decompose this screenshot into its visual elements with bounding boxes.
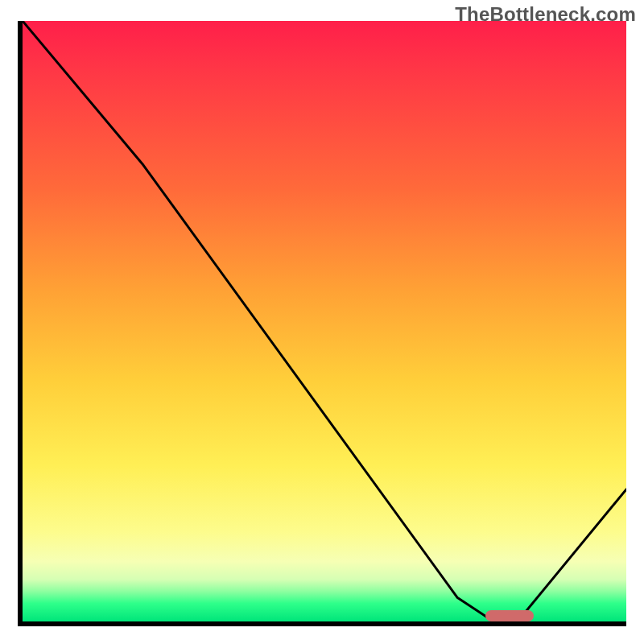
optimal-range-marker (485, 610, 534, 621)
curve-layer (23, 21, 626, 621)
plot-area (18, 21, 626, 626)
chart-canvas: TheBottleneck.com (0, 0, 644, 644)
bottleneck-curve (23, 21, 626, 621)
